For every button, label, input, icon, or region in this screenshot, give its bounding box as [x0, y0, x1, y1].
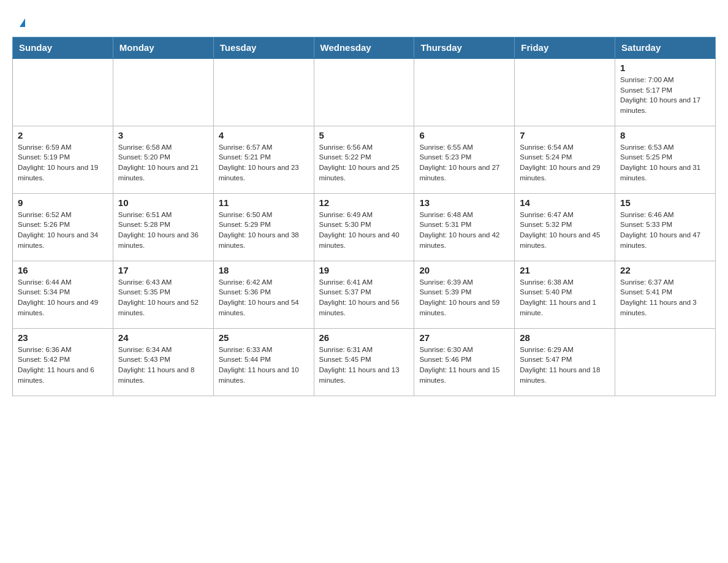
calendar-cell: 7Sunrise: 6:54 AMSunset: 5:24 PMDaylight… [515, 126, 615, 193]
day-info: Sunrise: 6:52 AMSunset: 5:26 PMDaylight:… [18, 210, 108, 251]
day-header-thursday: Thursday [414, 37, 515, 59]
day-number: 8 [620, 130, 710, 140]
calendar-cell: 14Sunrise: 6:47 AMSunset: 5:32 PMDayligh… [515, 193, 615, 261]
calendar-cell: 22Sunrise: 6:37 AMSunset: 5:41 PMDayligh… [615, 261, 716, 328]
day-info: Sunrise: 6:58 AMSunset: 5:20 PMDaylight:… [118, 142, 208, 183]
calendar-cell: 1Sunrise: 7:00 AMSunset: 5:17 PMDaylight… [615, 58, 716, 126]
calendar-cell: 17Sunrise: 6:43 AMSunset: 5:35 PMDayligh… [113, 261, 213, 328]
calendar-cell: 13Sunrise: 6:48 AMSunset: 5:31 PMDayligh… [414, 193, 515, 261]
calendar-cell: 4Sunrise: 6:57 AMSunset: 5:21 PMDaylight… [213, 126, 314, 193]
day-number: 28 [520, 332, 610, 343]
day-number: 23 [18, 332, 108, 343]
calendar-cell: 28Sunrise: 6:29 AMSunset: 5:47 PMDayligh… [515, 328, 615, 396]
day-number: 2 [18, 130, 108, 140]
calendar-cell: 25Sunrise: 6:33 AMSunset: 5:44 PMDayligh… [213, 328, 314, 396]
calendar-week-1: 1Sunrise: 7:00 AMSunset: 5:17 PMDaylight… [13, 58, 716, 126]
day-number: 11 [219, 197, 309, 208]
calendar-cell: 18Sunrise: 6:42 AMSunset: 5:36 PMDayligh… [213, 261, 314, 328]
day-number: 12 [319, 197, 409, 208]
day-number: 16 [18, 265, 108, 275]
day-info: Sunrise: 6:33 AMSunset: 5:44 PMDaylight:… [219, 345, 309, 386]
calendar-cell: 6Sunrise: 6:55 AMSunset: 5:23 PMDaylight… [414, 126, 515, 193]
day-number: 19 [319, 265, 409, 275]
day-info: Sunrise: 6:47 AMSunset: 5:32 PMDaylight:… [520, 210, 610, 251]
day-header-monday: Monday [113, 37, 213, 59]
day-info: Sunrise: 6:54 AMSunset: 5:24 PMDaylight:… [520, 142, 610, 183]
calendar-cell [213, 58, 314, 126]
day-info: Sunrise: 6:34 AMSunset: 5:43 PMDaylight:… [118, 345, 208, 386]
day-info: Sunrise: 6:53 AMSunset: 5:25 PMDaylight:… [620, 142, 710, 183]
day-info: Sunrise: 6:37 AMSunset: 5:41 PMDaylight:… [620, 277, 710, 318]
calendar-cell: 16Sunrise: 6:44 AMSunset: 5:34 PMDayligh… [13, 261, 113, 328]
day-info: Sunrise: 6:41 AMSunset: 5:37 PMDaylight:… [319, 277, 409, 318]
day-number: 27 [419, 332, 509, 343]
day-info: Sunrise: 6:39 AMSunset: 5:39 PMDaylight:… [419, 277, 509, 318]
day-number: 17 [118, 265, 208, 275]
day-number: 6 [419, 130, 509, 140]
calendar-cell [113, 58, 213, 126]
day-number: 4 [219, 130, 309, 140]
day-number: 7 [520, 130, 610, 140]
day-info: Sunrise: 6:44 AMSunset: 5:34 PMDaylight:… [18, 277, 108, 318]
day-info: Sunrise: 6:29 AMSunset: 5:47 PMDaylight:… [520, 345, 610, 386]
day-number: 13 [419, 197, 509, 208]
day-header-saturday: Saturday [615, 37, 716, 59]
day-number: 14 [520, 197, 610, 208]
day-number: 22 [620, 265, 710, 275]
day-info: Sunrise: 6:48 AMSunset: 5:31 PMDaylight:… [419, 210, 509, 251]
day-info: Sunrise: 6:59 AMSunset: 5:19 PMDaylight:… [18, 142, 108, 183]
logo-triangle-icon [20, 18, 25, 27]
day-number: 1 [620, 63, 710, 73]
calendar-cell: 27Sunrise: 6:30 AMSunset: 5:46 PMDayligh… [414, 328, 515, 396]
day-info: Sunrise: 6:43 AMSunset: 5:35 PMDaylight:… [118, 277, 208, 318]
day-number: 9 [18, 197, 108, 208]
calendar-cell: 9Sunrise: 6:52 AMSunset: 5:26 PMDaylight… [13, 193, 113, 261]
day-info: Sunrise: 6:56 AMSunset: 5:22 PMDaylight:… [319, 142, 409, 183]
calendar-cell: 20Sunrise: 6:39 AMSunset: 5:39 PMDayligh… [414, 261, 515, 328]
calendar-cell: 19Sunrise: 6:41 AMSunset: 5:37 PMDayligh… [314, 261, 414, 328]
day-info: Sunrise: 6:31 AMSunset: 5:45 PMDaylight:… [319, 345, 409, 386]
calendar-cell: 3Sunrise: 6:58 AMSunset: 5:20 PMDaylight… [113, 126, 213, 193]
calendar-cell: 11Sunrise: 6:50 AMSunset: 5:29 PMDayligh… [213, 193, 314, 261]
calendar-cell: 24Sunrise: 6:34 AMSunset: 5:43 PMDayligh… [113, 328, 213, 396]
calendar-cell: 26Sunrise: 6:31 AMSunset: 5:45 PMDayligh… [314, 328, 414, 396]
calendar-cell: 23Sunrise: 6:36 AMSunset: 5:42 PMDayligh… [13, 328, 113, 396]
calendar-cell [314, 58, 414, 126]
day-info: Sunrise: 6:55 AMSunset: 5:23 PMDaylight:… [419, 142, 509, 183]
day-info: Sunrise: 6:57 AMSunset: 5:21 PMDaylight:… [219, 142, 309, 183]
day-info: Sunrise: 6:38 AMSunset: 5:40 PMDaylight:… [520, 277, 610, 318]
day-info: Sunrise: 6:36 AMSunset: 5:42 PMDaylight:… [18, 345, 108, 386]
page-header [12, 12, 716, 27]
day-number: 20 [419, 265, 509, 275]
day-number: 26 [319, 332, 409, 343]
day-number: 3 [118, 130, 208, 140]
calendar-week-4: 16Sunrise: 6:44 AMSunset: 5:34 PMDayligh… [13, 261, 716, 328]
calendar-week-3: 9Sunrise: 6:52 AMSunset: 5:26 PMDaylight… [13, 193, 716, 261]
day-number: 15 [620, 197, 710, 208]
day-header-friday: Friday [515, 37, 615, 59]
day-number: 25 [219, 332, 309, 343]
day-number: 10 [118, 197, 208, 208]
day-info: Sunrise: 6:46 AMSunset: 5:33 PMDaylight:… [620, 210, 710, 251]
calendar-week-5: 23Sunrise: 6:36 AMSunset: 5:42 PMDayligh… [13, 328, 716, 396]
calendar-cell: 5Sunrise: 6:56 AMSunset: 5:22 PMDaylight… [314, 126, 414, 193]
day-number: 24 [118, 332, 208, 343]
calendar-table: SundayMondayTuesdayWednesdayThursdayFrid… [12, 37, 716, 396]
calendar-cell: 8Sunrise: 6:53 AMSunset: 5:25 PMDaylight… [615, 126, 716, 193]
calendar-cell [615, 328, 716, 396]
day-info: Sunrise: 6:50 AMSunset: 5:29 PMDaylight:… [219, 210, 309, 251]
calendar-header-row: SundayMondayTuesdayWednesdayThursdayFrid… [13, 37, 716, 59]
day-info: Sunrise: 7:00 AMSunset: 5:17 PMDaylight:… [620, 75, 710, 116]
day-header-tuesday: Tuesday [213, 37, 314, 59]
day-info: Sunrise: 6:30 AMSunset: 5:46 PMDaylight:… [419, 345, 509, 386]
calendar-cell [515, 58, 615, 126]
day-number: 18 [219, 265, 309, 275]
day-header-sunday: Sunday [13, 37, 113, 59]
calendar-cell: 12Sunrise: 6:49 AMSunset: 5:30 PMDayligh… [314, 193, 414, 261]
day-number: 5 [319, 130, 409, 140]
calendar-cell: 21Sunrise: 6:38 AMSunset: 5:40 PMDayligh… [515, 261, 615, 328]
calendar-week-2: 2Sunrise: 6:59 AMSunset: 5:19 PMDaylight… [13, 126, 716, 193]
logo [18, 18, 25, 27]
day-header-wednesday: Wednesday [314, 37, 414, 59]
calendar-cell: 15Sunrise: 6:46 AMSunset: 5:33 PMDayligh… [615, 193, 716, 261]
